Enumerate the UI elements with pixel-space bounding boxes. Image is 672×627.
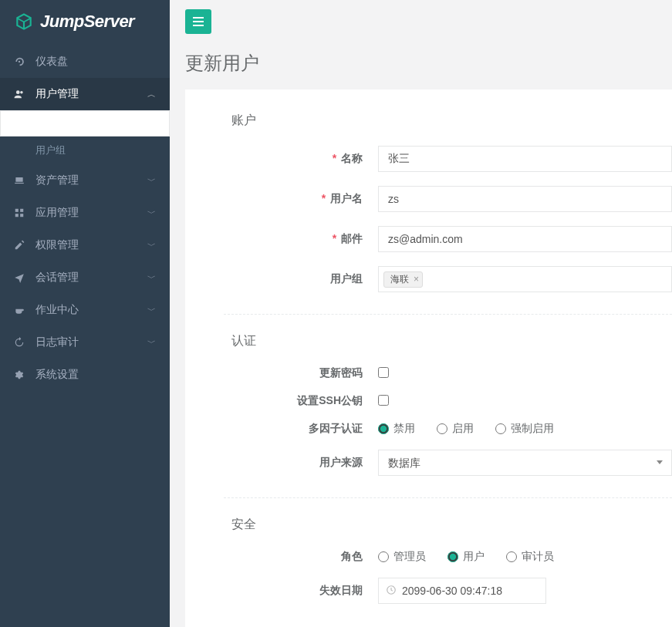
name-input[interactable] [378, 146, 672, 172]
sidebar-item-assets[interactable]: 资产管理 ﹀ [0, 164, 170, 197]
cogs-icon [14, 369, 28, 380]
label-update-password: 更新密码 [231, 366, 378, 380]
svg-rect-3 [15, 177, 22, 182]
mfa-radio-force[interactable]: 强制启用 [495, 422, 554, 436]
remove-tag-icon[interactable]: × [414, 274, 419, 285]
clock-icon [386, 585, 397, 598]
mfa-radio-disable[interactable]: 禁用 [378, 422, 415, 436]
sidebar-item-apps[interactable]: 应用管理 ﹀ [0, 197, 170, 229]
email-input[interactable] [378, 226, 672, 252]
label-role: 角色 [231, 550, 378, 564]
plane-icon [14, 272, 28, 283]
users-icon [14, 89, 28, 99]
brand-logo: JumpServer [0, 0, 170, 46]
svg-point-1 [16, 90, 20, 94]
username-input[interactable] [378, 186, 672, 212]
sidebar-sub-user-group[interactable]: 用户组 [0, 137, 170, 164]
label-username: * 用户名 [231, 192, 378, 206]
label-source: 用户来源 [231, 456, 378, 470]
page-title: 更新用户 [185, 34, 657, 89]
chevron-down-icon: ﹀ [147, 305, 156, 316]
sidebar-item-jobs[interactable]: 作业中心 ﹀ [0, 294, 170, 326]
sidebar-item-sessions[interactable]: 会话管理 ﹀ [0, 261, 170, 294]
sidebar-item-dashboard[interactable]: 仪表盘 [0, 46, 170, 78]
sidebar-sub-user-list[interactable]: 用户列表 [0, 110, 170, 137]
role-radio-auditor[interactable]: 审计员 [506, 550, 554, 564]
toggle-sidebar-button[interactable] [185, 9, 211, 34]
chevron-up-icon: ︿ [147, 89, 156, 100]
label-usergroup: 用户组 [231, 272, 378, 286]
label-mfa: 多因子认证 [231, 422, 378, 436]
update-password-checkbox[interactable] [378, 367, 389, 378]
dashboard-icon [14, 56, 28, 67]
grid-icon [14, 207, 28, 218]
sidebar-item-settings[interactable]: 系统设置 [0, 359, 170, 391]
logo-icon [14, 12, 34, 32]
svg-rect-4 [15, 209, 19, 212]
divider [224, 314, 672, 315]
coffee-icon [14, 305, 28, 315]
usergroup-tagbox[interactable]: 海联× [378, 266, 672, 292]
hamburger-icon [193, 17, 204, 26]
edit-icon [14, 240, 28, 251]
label-ssh-key: 设置SSH公钥 [231, 394, 378, 408]
form-card: 账户 * 名称 * 用户名 * 邮件 用户组 海联× 认证 更新密码 [185, 89, 672, 627]
section-security: 安全 [231, 517, 672, 533]
ssh-key-checkbox[interactable] [378, 395, 389, 406]
mfa-radio-enable[interactable]: 启用 [437, 422, 474, 436]
section-account: 账户 [231, 113, 672, 129]
chevron-down-icon: ﹀ [147, 272, 156, 284]
section-auth: 认证 [231, 333, 672, 349]
label-expire: 失效日期 [231, 584, 378, 598]
svg-point-2 [20, 91, 23, 94]
chevron-down-icon: ﹀ [147, 175, 156, 187]
history-icon [14, 337, 28, 348]
sidebar-item-users[interactable]: 用户管理 ︿ [0, 78, 170, 110]
divider [224, 497, 672, 498]
chevron-down-icon: ﹀ [147, 337, 156, 349]
main-content: 更新用户 账户 * 名称 * 用户名 * 邮件 用户组 海联× 认证 更新 [170, 0, 672, 627]
svg-rect-7 [20, 214, 23, 217]
source-select[interactable]: 数据库 [378, 450, 672, 476]
laptop-icon [14, 175, 28, 186]
sidebar-item-perms[interactable]: 权限管理 ﹀ [0, 229, 170, 261]
expire-date-input[interactable] [378, 578, 546, 604]
chevron-down-icon: ﹀ [147, 240, 156, 251]
label-name: * 名称 [231, 152, 378, 166]
svg-point-0 [19, 61, 20, 62]
usergroup-tag: 海联× [383, 271, 423, 288]
role-radio-admin[interactable]: 管理员 [378, 550, 426, 564]
label-email: * 邮件 [231, 232, 378, 246]
sidebar-item-audit[interactable]: 日志审计 ﹀ [0, 326, 170, 359]
chevron-down-icon: ﹀ [147, 207, 156, 219]
sidebar: JumpServer 仪表盘 用户管理 ︿ 用户列表 用户组 资产管理 ﹀ 应用… [0, 0, 170, 627]
svg-rect-5 [20, 209, 23, 212]
role-radio-user[interactable]: 用户 [447, 550, 485, 564]
svg-rect-6 [15, 214, 19, 217]
